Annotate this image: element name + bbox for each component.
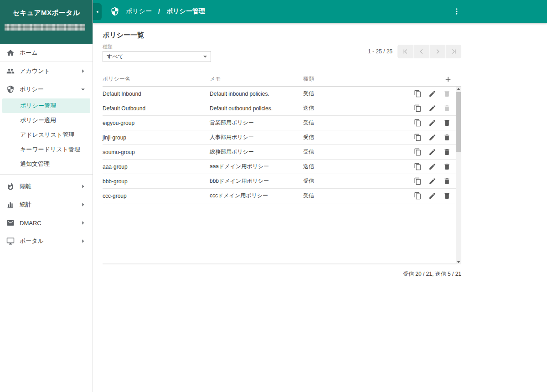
copy-button[interactable] bbox=[414, 177, 422, 185]
mail-icon bbox=[6, 219, 15, 227]
add-policy-button[interactable] bbox=[444, 75, 452, 83]
sidebar-item-portal[interactable]: ポータル bbox=[0, 232, 93, 250]
type-cell: 受信 bbox=[303, 192, 410, 200]
chevron-left-icon bbox=[417, 47, 426, 56]
column-header-memo: メモ bbox=[210, 75, 303, 83]
chevron-right-icon bbox=[79, 182, 87, 191]
policy-count-status: 受信 20 / 21, 送信 5 / 21 bbox=[103, 270, 461, 278]
sidebar-item-policy-management[interactable]: ポリシー管理 bbox=[2, 98, 90, 113]
sidebar-item-home[interactable]: ホーム bbox=[0, 44, 93, 62]
sidebar-item-statistics[interactable]: 統計 bbox=[0, 196, 93, 214]
prev-page-button[interactable] bbox=[413, 45, 429, 58]
chevron-right-icon bbox=[79, 219, 87, 227]
delete-button[interactable] bbox=[443, 119, 451, 127]
pagination-info: 1 - 25 / 25 bbox=[368, 48, 392, 55]
delete-button[interactable] bbox=[443, 163, 451, 170]
logo-block: セキュアMXポータル bbox=[0, 0, 93, 44]
sidebar-collapse-button[interactable] bbox=[93, 3, 102, 20]
policy-name-cell: Default Outbound bbox=[103, 105, 210, 112]
filter-row: 種類 すべて 1 - 25 / 25 bbox=[103, 44, 461, 62]
copy-button[interactable] bbox=[414, 134, 422, 141]
table-row: bbb-group bbbドメイン用ポリシー 受信 bbox=[103, 174, 456, 189]
chevron-right-icon bbox=[79, 201, 87, 209]
first-page-icon bbox=[401, 47, 410, 56]
app-bar: ポリシー / ポリシー管理 bbox=[93, 0, 547, 23]
scroll-down-arrow[interactable] bbox=[456, 259, 461, 264]
shield-icon bbox=[110, 7, 119, 16]
sidebar-item-label: ポータル bbox=[20, 237, 79, 245]
row-actions bbox=[410, 104, 456, 112]
policy-name-cell: eigyou-group bbox=[103, 120, 210, 126]
kebab-icon bbox=[453, 7, 461, 15]
delete-button[interactable] bbox=[443, 104, 451, 112]
edit-button[interactable] bbox=[428, 192, 436, 200]
sidebar-item-dmarc[interactable]: DMARC bbox=[0, 214, 93, 232]
edit-button[interactable] bbox=[428, 148, 436, 156]
type-filter-select[interactable]: すべて bbox=[103, 51, 211, 62]
next-page-button[interactable] bbox=[429, 45, 445, 58]
sidebar-item-notification-text[interactable]: 通知文管理 bbox=[2, 157, 90, 171]
type-filter: 種類 すべて bbox=[103, 44, 211, 62]
table-row: aaa-group aaaドメイン用ポリシー 送信 bbox=[103, 160, 456, 174]
table-rows: Default Inbound Default inbound policies… bbox=[103, 87, 456, 203]
type-cell: 受信 bbox=[303, 119, 410, 127]
row-actions bbox=[410, 119, 456, 127]
sidebar-item-policy-apply[interactable]: ポリシー適用 bbox=[2, 113, 90, 128]
vertical-scrollbar[interactable] bbox=[456, 87, 461, 264]
page-content: ポリシー一覧 種類 すべて 1 - 25 / 25 bbox=[93, 23, 547, 392]
edit-button[interactable] bbox=[428, 119, 436, 127]
sidebar-item-policy[interactable]: ポリシー bbox=[0, 80, 93, 98]
chevron-right-icon bbox=[433, 47, 442, 56]
memo-cell: bbbドメイン用ポリシー bbox=[210, 177, 303, 185]
column-header-policy-name: ポリシー名 bbox=[103, 75, 210, 83]
sidebar-item-account[interactable]: アカウント bbox=[0, 62, 93, 80]
copy-button[interactable] bbox=[414, 119, 422, 127]
first-page-button[interactable] bbox=[397, 45, 413, 58]
delete-button[interactable] bbox=[443, 134, 451, 141]
more-options-button[interactable] bbox=[453, 6, 461, 17]
sidebar-subitem-label: アドレスリスト管理 bbox=[20, 131, 74, 139]
row-actions bbox=[410, 177, 456, 185]
pagination: 1 - 25 / 25 bbox=[368, 45, 461, 58]
chevron-right-icon bbox=[79, 237, 87, 245]
copy-button[interactable] bbox=[414, 192, 422, 200]
column-header-type: 種類 bbox=[303, 75, 444, 83]
row-actions bbox=[410, 163, 456, 170]
policy-name-cell: ccc-group bbox=[103, 193, 210, 199]
breadcrumb-parent[interactable]: ポリシー bbox=[126, 7, 152, 15]
scrollbar-thumb[interactable] bbox=[456, 92, 461, 152]
chevron-down-icon bbox=[79, 85, 87, 93]
delete-button[interactable] bbox=[443, 177, 451, 185]
sidebar-item-label: ホーム bbox=[20, 49, 87, 57]
delete-button[interactable] bbox=[443, 192, 451, 200]
sidebar-item-label: アカウント bbox=[20, 67, 79, 75]
scroll-up-arrow[interactable] bbox=[456, 87, 461, 92]
edit-button[interactable] bbox=[428, 177, 436, 185]
edit-button[interactable] bbox=[428, 90, 436, 98]
last-page-button[interactable] bbox=[445, 45, 461, 58]
sidebar-item-address-list[interactable]: アドレスリスト管理 bbox=[2, 128, 90, 142]
row-actions bbox=[410, 148, 456, 156]
edit-button[interactable] bbox=[428, 104, 436, 112]
memo-cell: 営業部用ポリシー bbox=[210, 119, 303, 127]
delete-button[interactable] bbox=[443, 90, 451, 98]
type-cell: 送信 bbox=[303, 163, 410, 170]
memo-cell: 総務部用ポリシー bbox=[210, 148, 303, 156]
copy-button[interactable] bbox=[414, 148, 422, 156]
copy-button[interactable] bbox=[414, 90, 422, 98]
type-cell: 受信 bbox=[303, 134, 410, 141]
table-row: Default Inbound Default inbound policies… bbox=[103, 87, 456, 101]
edit-button[interactable] bbox=[428, 134, 436, 141]
home-icon bbox=[6, 49, 15, 57]
copy-button[interactable] bbox=[414, 104, 422, 112]
sidebar-item-keyword-list[interactable]: キーワードリスト管理 bbox=[2, 142, 90, 157]
memo-cell: 人事部用ポリシー bbox=[210, 134, 303, 141]
sidebar-divider bbox=[0, 174, 93, 175]
sidebar-subitem-label: キーワードリスト管理 bbox=[20, 145, 80, 154]
type-cell: 受信 bbox=[303, 177, 410, 185]
delete-button[interactable] bbox=[443, 148, 451, 156]
sidebar-item-quarantine[interactable]: 隔離 bbox=[0, 177, 93, 196]
monitor-icon bbox=[6, 237, 15, 245]
copy-button[interactable] bbox=[414, 163, 422, 170]
edit-button[interactable] bbox=[428, 163, 436, 170]
